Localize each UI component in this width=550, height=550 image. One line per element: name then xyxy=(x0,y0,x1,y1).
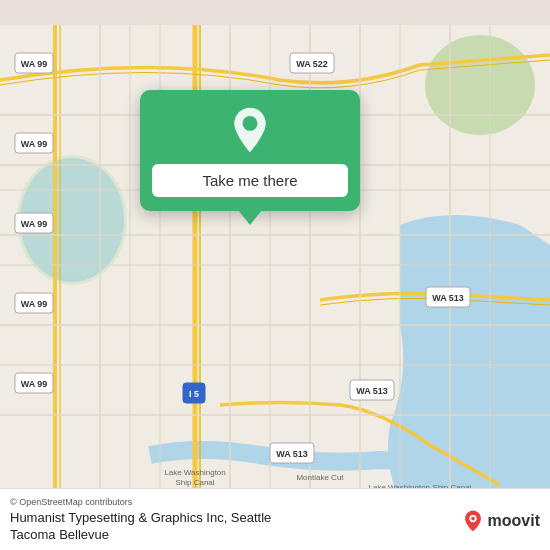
moovit-logo: moovit xyxy=(462,510,540,532)
svg-text:WA 513: WA 513 xyxy=(356,386,388,396)
svg-text:WA 522: WA 522 xyxy=(296,59,328,69)
attribution-text: © OpenStreetMap contributors xyxy=(10,497,540,507)
take-me-there-button[interactable]: Take me there xyxy=(152,164,348,197)
svg-text:WA 99: WA 99 xyxy=(21,219,48,229)
svg-text:WA 99: WA 99 xyxy=(21,299,48,309)
svg-text:WA 99: WA 99 xyxy=(21,59,48,69)
svg-text:Montlake Cut: Montlake Cut xyxy=(296,473,344,482)
svg-text:Lake Washington: Lake Washington xyxy=(164,468,226,477)
map-pin-icon xyxy=(226,106,274,154)
svg-text:I 5: I 5 xyxy=(189,389,199,399)
map-svg: WA 99 WA 99 WA 99 WA 99 WA 99 WA 522 WA … xyxy=(0,0,550,550)
location-name: Humanist Typesetting & Graphics Inc, Sea… xyxy=(10,510,454,544)
popup-card: Take me there xyxy=(140,90,360,211)
svg-point-3 xyxy=(425,35,535,135)
svg-text:WA 513: WA 513 xyxy=(432,293,464,303)
map-container: WA 99 WA 99 WA 99 WA 99 WA 99 WA 522 WA … xyxy=(0,0,550,550)
svg-text:WA 513: WA 513 xyxy=(276,449,308,459)
svg-text:Ship Canal: Ship Canal xyxy=(175,478,214,487)
svg-text:WA 99: WA 99 xyxy=(21,379,48,389)
svg-text:WA 99: WA 99 xyxy=(21,139,48,149)
moovit-brand-text: moovit xyxy=(488,512,540,530)
moovit-pin-icon xyxy=(462,510,484,532)
location-row: Humanist Typesetting & Graphics Inc, Sea… xyxy=(10,510,540,544)
svg-point-53 xyxy=(471,517,475,521)
svg-point-51 xyxy=(243,116,258,131)
bottom-bar: © OpenStreetMap contributors Humanist Ty… xyxy=(0,488,550,550)
